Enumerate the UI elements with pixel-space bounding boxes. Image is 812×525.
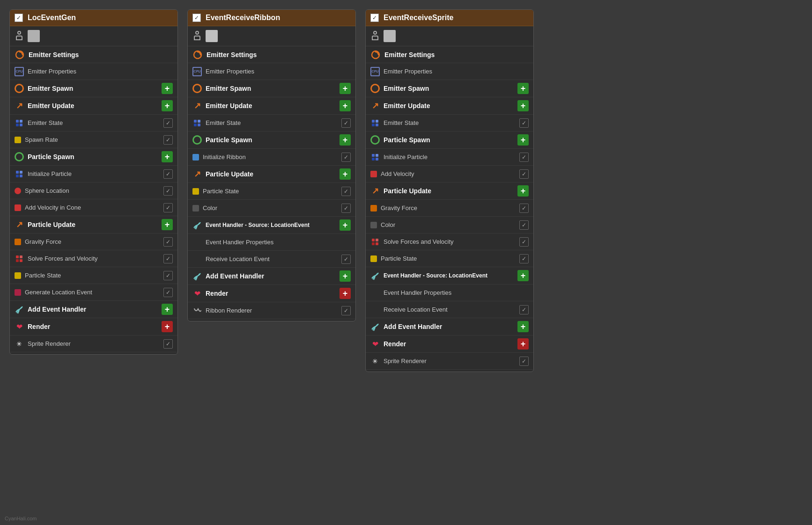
event-handler-source-ribbon[interactable]: Event Handler - Source: LocationEvent + [188,217,355,234]
spawn-rate-loc[interactable]: Spawn Rate ✓ [10,131,177,148]
color-check-sprite[interactable]: ✓ [519,220,529,230]
particle-state-loc[interactable]: Particle State ✓ [10,267,177,284]
emitter-properties-sprite[interactable]: CPU Emitter Properties [366,63,533,80]
particle-update-sprite[interactable]: ↗ Particle Update + [366,182,533,200]
add-event-handler-loc[interactable]: Add Event Handler + [10,301,177,318]
spawn-rate-check-loc[interactable]: ✓ [163,135,173,145]
ribbon-renderer-check[interactable]: ✓ [341,306,351,315]
emitter-properties-loc[interactable]: CPU Emitter Properties [10,63,177,80]
emitter-update-add-ribbon[interactable]: + [340,100,351,111]
event-handler-source-sprite[interactable]: Event Handler - Source: LocationEvent + [366,267,533,284]
color-sprite[interactable]: Color ✓ [366,217,533,233]
emitter-state-loc[interactable]: Emitter State ✓ [10,115,177,131]
emitter-properties-ribbon[interactable]: CPU Emitter Properties [188,63,355,80]
sprite-renderer-check-loc[interactable]: ✓ [163,339,173,349]
gravity-force-check-loc[interactable]: ✓ [163,237,173,247]
sphere-location-loc[interactable]: Sphere Location ✓ [10,182,177,199]
particle-update-ribbon[interactable]: ↗ Particle Update + [188,166,355,183]
panel-enabled-checkbox-ribbon[interactable]: ✓ [192,14,201,22]
render-add-sprite[interactable]: + [517,338,529,350]
sprite-renderer-loc[interactable]: ✳ Sprite Renderer ✓ [10,335,177,352]
solve-forces-sprite[interactable]: Solve Forces and Velocity ✓ [366,233,533,250]
emitter-settings-sprite[interactable]: Emitter Settings [366,46,533,63]
initialize-particle-sprite[interactable]: Initialize Particle ✓ [366,149,533,166]
particle-state-check-sprite[interactable]: ✓ [519,254,529,263]
init-particle-check-loc[interactable]: ✓ [163,169,173,179]
particle-state-check-ribbon[interactable]: ✓ [341,187,351,196]
render-ribbon[interactable]: ❤ Render + [188,285,355,302]
emitter-spawn-loc[interactable]: Emitter Spawn + [10,80,177,97]
particle-state-check-loc[interactable]: ✓ [163,271,173,280]
gravity-force-loc[interactable]: Gravity Force ✓ [10,233,177,250]
particle-spawn-add-ribbon[interactable]: + [340,134,351,146]
emitter-spawn-sprite[interactable]: Emitter Spawn + [366,80,533,97]
generate-location-event-loc[interactable]: Generate Location Event ✓ [10,284,177,301]
emitter-spawn-add-loc[interactable]: + [162,83,173,94]
init-particle-check-sprite[interactable]: ✓ [519,153,529,162]
add-event-handler-sprite[interactable]: Add Event Handler + [366,318,533,335]
emitter-state-ribbon[interactable]: Emitter State ✓ [188,115,355,131]
event-handler-source-add-sprite[interactable]: + [517,270,529,281]
particle-state-ribbon[interactable]: Particle State ✓ [188,183,355,200]
add-velocity-cone-loc[interactable]: Add Velocity in Cone ✓ [10,199,177,216]
particle-update-loc[interactable]: ↗ Particle Update + [10,216,177,233]
emitter-update-add-sprite[interactable]: + [517,100,529,111]
emitter-update-ribbon[interactable]: ↗ Emitter Update + [188,97,355,115]
render-add-ribbon[interactable]: + [340,288,351,299]
emitter-update-add-loc[interactable]: + [162,100,173,111]
initialize-particle-loc[interactable]: Initialize Particle ✓ [10,166,177,182]
emitter-update-loc[interactable]: ↗ Emitter Update + [10,97,177,115]
color-ribbon[interactable]: Color ✓ [188,200,355,217]
emitter-settings-ribbon[interactable]: Emitter Settings [188,46,355,63]
event-handler-source-add-ribbon[interactable]: + [340,219,351,231]
add-velocity-sprite[interactable]: Add Velocity ✓ [366,166,533,182]
particle-update-add-loc[interactable]: + [162,219,173,230]
receive-location-event-sprite[interactable]: Receive Location Event ✓ [366,301,533,318]
solve-forces-loc[interactable]: Solve Forces and Velocity ✓ [10,250,177,267]
gravity-force-sprite[interactable]: Gravity Force ✓ [366,200,533,217]
ribbon-renderer[interactable]: Ribbon Renderer ✓ [188,302,355,319]
gravity-force-check-sprite[interactable]: ✓ [519,204,529,213]
solve-forces-check-sprite[interactable]: ✓ [519,237,529,247]
particle-spawn-add-sprite[interactable]: + [517,134,529,146]
particle-state-sprite[interactable]: Particle State ✓ [366,250,533,267]
render-sprite[interactable]: ❤ Render + [366,335,533,353]
emitter-spawn-add-sprite[interactable]: + [517,83,529,94]
initialize-ribbon[interactable]: Initialize Ribbon ✓ [188,149,355,166]
emitter-state-sprite[interactable]: Emitter State ✓ [366,115,533,131]
receive-loc-event-check-ribbon[interactable]: ✓ [341,255,351,264]
render-add-loc[interactable]: + [162,321,173,332]
particle-spawn-ribbon[interactable]: Particle Spawn + [188,131,355,149]
emitter-state-check-sprite[interactable]: ✓ [519,118,529,128]
emitter-spawn-ribbon[interactable]: Emitter Spawn + [188,80,355,97]
color-check-ribbon[interactable]: ✓ [341,204,351,213]
sprite-renderer-check-sprite[interactable]: ✓ [519,357,529,366]
particle-spawn-add-loc[interactable]: + [162,151,173,162]
add-velocity-check-sprite[interactable]: ✓ [519,169,529,179]
add-event-handler-add-sprite[interactable]: + [517,321,529,332]
render-loc[interactable]: ❤ Render + [10,318,177,335]
add-velocity-cone-check-loc[interactable]: ✓ [163,203,173,212]
emitter-settings-loc[interactable]: Emitter Settings [10,46,177,63]
receive-location-event-ribbon[interactable]: Receive Location Event ✓ [188,251,355,268]
particle-spawn-loc[interactable]: Particle Spawn + [10,148,177,166]
add-event-handler-add-ribbon[interactable]: + [340,270,351,282]
panel-enabled-checkbox-loc[interactable]: ✓ [15,14,23,22]
receive-loc-event-check-sprite[interactable]: ✓ [519,305,529,314]
emitter-update-sprite[interactable]: ↗ Emitter Update + [366,97,533,115]
sprite-renderer-sprite[interactable]: ✳ Sprite Renderer ✓ [366,353,533,370]
sphere-location-check-loc[interactable]: ✓ [163,186,173,196]
panel-enabled-checkbox-sprite[interactable]: ✓ [370,14,379,22]
particle-update-add-sprite[interactable]: + [517,185,529,197]
emitter-spawn-add-ribbon[interactable]: + [340,83,351,94]
particle-update-add-ribbon[interactable]: + [340,168,351,180]
solve-forces-check-loc[interactable]: ✓ [163,254,173,263]
init-ribbon-check[interactable]: ✓ [341,153,351,162]
add-event-handler-add-loc[interactable]: + [162,304,173,315]
gen-loc-event-check-loc[interactable]: ✓ [163,288,173,297]
event-handler-props-sprite[interactable]: Event Handler Properties [366,284,533,301]
emitter-state-check-loc[interactable]: ✓ [163,118,173,128]
particle-spawn-sprite[interactable]: Particle Spawn + [366,131,533,149]
emitter-state-check-ribbon[interactable]: ✓ [341,118,351,128]
event-handler-props-ribbon[interactable]: Event Handler Properties [188,234,355,251]
